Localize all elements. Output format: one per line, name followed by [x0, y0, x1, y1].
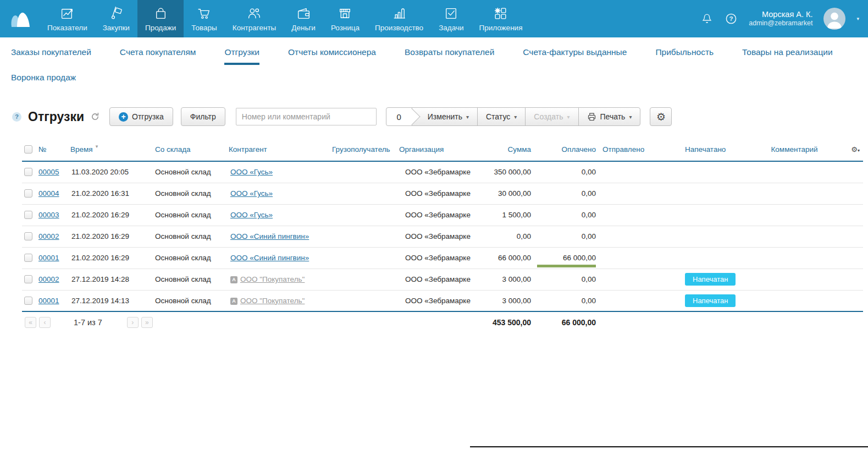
nav-item-apps[interactable]: Приложения [471, 0, 530, 37]
nav-item-indicators[interactable]: Показатели [40, 0, 95, 37]
first-page-button[interactable]: « [25, 317, 36, 328]
subnav-item-commission-reports[interactable]: Отчеты комиссионера [288, 47, 376, 57]
cell-printed: Напечатан [665, 290, 748, 311]
app-logo[interactable] [0, 0, 40, 37]
column-settings-button[interactable]: ⚙▾ [841, 142, 863, 161]
subnav-item-shipments[interactable]: Отгрузки [224, 47, 259, 57]
select-all-checkbox[interactable] [24, 145, 32, 154]
table-row[interactable]: 00001 21.02.2020 16:29 Основной склад ОО… [22, 247, 863, 269]
cell-paid: 0,00 [531, 226, 596, 247]
gear-icon: ⚙ [851, 145, 858, 154]
cell-consignee [332, 290, 399, 311]
nav-item-counterparties[interactable]: Контрагенты [225, 0, 284, 37]
nav-item-sales[interactable]: Продажи [137, 0, 184, 37]
table-row[interactable]: 00002 21.02.2020 16:29 Основной склад ОО… [22, 226, 863, 247]
shipment-number-link[interactable]: 00004 [38, 189, 59, 198]
counterparty-link[interactable]: ООО "Покупатель" [240, 297, 305, 305]
change-label: Изменить [428, 112, 462, 121]
nav-item-retail[interactable]: Розница [323, 0, 367, 37]
counterparty-link[interactable]: ООО «Гусь» [230, 211, 273, 219]
gear-icon: ⚙ [656, 112, 666, 122]
table-row[interactable]: 00004 21.02.2020 16:31 Основной склад ОО… [22, 183, 863, 204]
row-checkbox[interactable] [24, 211, 32, 219]
column-header-number[interactable]: № [38, 142, 70, 161]
cell-consignee [332, 161, 399, 183]
table-row[interactable]: 00003 21.02.2020 16:29 Основной склад ОО… [22, 204, 863, 226]
nav-item-production[interactable]: Производство [367, 0, 431, 37]
notifications-bell-icon[interactable] [700, 12, 714, 25]
nav-item-tasks[interactable]: Задачи [431, 0, 471, 37]
column-header-organization[interactable]: Организация [399, 142, 471, 161]
column-header-sum[interactable]: Сумма [471, 142, 531, 161]
shipment-number-link[interactable]: 00001 [38, 297, 59, 305]
nav-item-label: Товары [191, 24, 217, 32]
change-dropdown-button[interactable]: Изменить ▾ [412, 107, 478, 126]
help-icon[interactable]: ? [725, 12, 738, 25]
prev-page-button[interactable]: ‹ [39, 317, 51, 328]
shipment-number-link[interactable]: 00002 [38, 275, 59, 283]
row-checkbox[interactable] [24, 297, 32, 305]
counterparty-link[interactable]: ООО "Покупатель" [240, 275, 305, 283]
subnav-item-sales-funnel[interactable]: Воронка продаж [11, 73, 76, 83]
factory-icon [392, 6, 407, 21]
print-dropdown-button[interactable]: Печать ▾ [578, 107, 641, 126]
shipment-number-link[interactable]: 00005 [38, 168, 59, 176]
filter-button[interactable]: Фильтр [181, 107, 225, 126]
shipments-table: № Время▾ Со склада Контрагент Грузополуч… [22, 142, 863, 328]
nav-item-purchases[interactable]: Закупки [95, 0, 137, 37]
subnav-item-goods-on-consignment[interactable]: Товары на реализации [742, 47, 833, 57]
shipment-number-link[interactable]: 00002 [38, 232, 59, 240]
status-label: Статус [486, 112, 510, 121]
subnav-item-customer-orders[interactable]: Заказы покупателей [11, 47, 91, 57]
last-page-button[interactable]: » [141, 317, 153, 328]
subnav-item-customer-returns[interactable]: Возвраты покупателей [405, 47, 494, 57]
search-input[interactable] [236, 108, 377, 125]
subnav-item-invoices-issued[interactable]: Счета-фактуры выданные [523, 47, 627, 57]
user-menu-caret-icon[interactable]: ▾ [856, 16, 859, 21]
new-shipment-button[interactable]: + Отгрузка [109, 107, 173, 126]
paid-progress-bar [537, 265, 596, 267]
list-settings-button[interactable]: ⚙ [650, 107, 672, 126]
next-page-button[interactable]: › [127, 317, 139, 328]
column-header-sent[interactable]: Отправлено [596, 142, 665, 161]
cell-comment [748, 226, 841, 247]
subnav-item-customer-invoices[interactable]: Счета покупателям [120, 47, 196, 57]
column-header-consignee[interactable]: Грузополучатель [332, 142, 399, 161]
row-checkbox[interactable] [24, 254, 32, 262]
counterparty-link[interactable]: ООО «Гусь» [230, 168, 273, 176]
counterparty-link[interactable]: ООО «Гусь» [230, 189, 273, 198]
page-help-icon[interactable]: ? [12, 112, 21, 122]
user-menu[interactable]: Морская А. К. admin@zebramarket [749, 9, 812, 28]
archived-badge: A [230, 276, 237, 283]
column-header-paid[interactable]: Оплачено [531, 142, 596, 161]
cell-organization: ООО «Зебрамарке [399, 290, 471, 311]
topbar-right-section: ? Морская А. К. admin@zebramarket ▾ [700, 0, 868, 37]
row-checkbox[interactable] [24, 232, 32, 240]
row-checkbox[interactable] [24, 168, 32, 176]
refresh-icon[interactable] [91, 112, 99, 121]
counterparty-link[interactable]: ООО «Синий пингвин» [230, 254, 309, 262]
row-checkbox[interactable] [24, 275, 32, 283]
nav-item-money[interactable]: Деньги [284, 0, 323, 37]
row-checkbox[interactable] [24, 189, 32, 198]
column-header-warehouse[interactable]: Со склада [155, 142, 229, 161]
column-header-printed[interactable]: Напечатано [665, 142, 748, 161]
table-row[interactable]: 00001 27.12.2019 14:13 Основной склад AО… [22, 290, 863, 311]
column-header-comment[interactable]: Комментарий [748, 142, 841, 161]
table-row[interactable]: 00002 27.12.2019 14:28 Основной склад AО… [22, 269, 863, 290]
column-header-time[interactable]: Время▾ [70, 142, 155, 161]
shipment-number-link[interactable]: 00003 [38, 211, 59, 219]
selected-count-badge: 0 [386, 107, 412, 126]
avatar[interactable] [823, 8, 845, 30]
table-row[interactable]: 00005 11.03.2020 20:05 Основной склад ОО… [22, 161, 863, 183]
nav-item-products[interactable]: Товары [184, 0, 224, 37]
shipment-number-link[interactable]: 00001 [38, 254, 59, 262]
subnav-item-profitability[interactable]: Прибыльность [655, 47, 714, 57]
counterparty-link[interactable]: ООО «Синий пингвин» [230, 232, 309, 240]
cell-warehouse: Основной склад [155, 269, 229, 290]
status-dropdown-button[interactable]: Статус ▾ [477, 107, 526, 126]
page-title: Отгрузки [28, 109, 84, 124]
cell-consignee [332, 226, 399, 247]
cell-time: 21.02.2020 16:29 [70, 204, 155, 226]
column-header-counterparty[interactable]: Контрагент [229, 142, 332, 161]
